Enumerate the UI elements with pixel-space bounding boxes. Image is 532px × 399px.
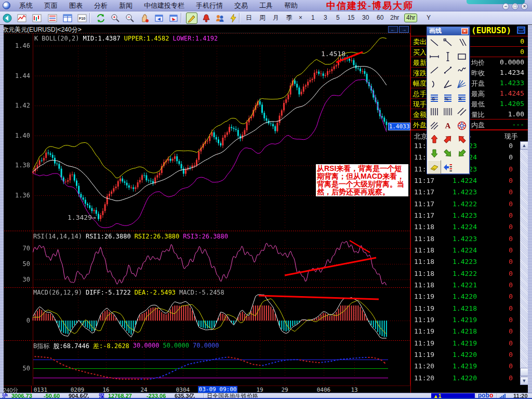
- arrow-downleft-icon[interactable]: [455, 147, 469, 161]
- main-chart-canvas[interactable]: [0, 33, 410, 385]
- draw-line-icon[interactable]: [186, 12, 197, 24]
- arrow-downright-icon[interactable]: [441, 147, 455, 161]
- period-button-15[interactable]: 15: [346, 14, 356, 22]
- prev-window-icon[interactable]: [153, 12, 165, 24]
- menu-bar: 系统页面图表分析新闻中信建投专栏手机行情交易工具帮助 中信建投-博易大师 −□×: [0, 0, 532, 11]
- palette-title-bar[interactable]: 画线 ×: [427, 27, 469, 35]
- quote-list-icon[interactable]: [47, 12, 58, 24]
- angle-lines-icon[interactable]: [441, 77, 455, 91]
- arrow-down-icon[interactable]: [428, 147, 441, 161]
- alarm-bell-icon[interactable]: [201, 12, 212, 24]
- golden-section-v-icon[interactable]: %: [441, 91, 455, 105]
- gann-wheel-icon[interactable]: [455, 119, 469, 133]
- period-button-季[interactable]: 季: [285, 14, 294, 22]
- window-left-border: [0, 25, 4, 393]
- status-divider: [204, 393, 205, 399]
- menu-item-3[interactable]: 图表: [63, 1, 88, 10]
- alert-badge[interactable]: ▲1: [431, 393, 475, 399]
- minimize-button[interactable]: −: [502, 3, 509, 10]
- period-button-30[interactable]: 30: [361, 14, 370, 22]
- back-icon[interactable]: [2, 12, 13, 24]
- menu-item-10[interactable]: 帮助: [278, 1, 303, 10]
- segment-icon[interactable]: [441, 63, 455, 77]
- period-button-周[interactable]: 周: [258, 14, 267, 22]
- cycle-lines-icon[interactable]: [441, 160, 455, 174]
- prev-chart-button[interactable]: ←: [388, 26, 398, 33]
- ray-line-icon[interactable]: [441, 36, 455, 50]
- refresh-icon[interactable]: [95, 12, 107, 24]
- close-button[interactable]: ×: [521, 3, 528, 10]
- fan-lines-icon[interactable]: [455, 77, 469, 91]
- period-button-2hr[interactable]: 2hr: [389, 14, 401, 22]
- close-icon[interactable]: ×: [461, 28, 468, 34]
- vertical-line-icon[interactable]: [441, 50, 455, 64]
- tick-scrollbar[interactable]: ▲ ▼: [520, 141, 528, 385]
- zoom-out-icon[interactable]: [124, 12, 136, 24]
- restore-panel-icon[interactable]: [517, 26, 525, 34]
- arrow-upleft-icon[interactable]: [455, 132, 469, 147]
- tick-price: 1.4224: [453, 223, 477, 231]
- f10-icon[interactable]: F10: [76, 12, 88, 24]
- quote-left-label: 金额: [413, 110, 427, 119]
- period-button-Y[interactable]: Y: [425, 14, 432, 22]
- menu-item-8[interactable]: 交易: [229, 1, 254, 10]
- golden-section-h-icon[interactable]: G: [428, 91, 441, 105]
- channel-icon[interactable]: [455, 105, 469, 119]
- restore-button[interactable]: □: [512, 3, 518, 10]
- period-button-日[interactable]: 日: [244, 14, 254, 22]
- drag-hand-icon[interactable]: [139, 12, 150, 24]
- table-icon[interactable]: [62, 12, 73, 24]
- time-lines4-icon[interactable]: [428, 105, 441, 119]
- period-button-月[interactable]: 月: [271, 14, 281, 22]
- analysis-note[interactable]: 从RSI来看，背离是一个短期背离；但从MACD来看，背离是一个大级别背离。当然，…: [316, 164, 408, 196]
- kline-chart-icon[interactable]: [16, 12, 28, 24]
- menu-item-9[interactable]: 工具: [254, 1, 278, 10]
- golden-section-box-icon[interactable]: X: [455, 91, 469, 105]
- period-button-3[interactable]: 3: [322, 14, 329, 22]
- period-button-1[interactable]: 1: [310, 14, 316, 22]
- tick-volume: 0: [509, 142, 513, 150]
- scroll-up-button[interactable]: ▲: [520, 141, 528, 150]
- wave-line-icon[interactable]: [455, 63, 469, 77]
- users-icon[interactable]: [214, 12, 225, 24]
- period-button-4hr[interactable]: 4hr: [404, 14, 417, 22]
- price-label: 1.42: [1, 102, 30, 109]
- symbol-name: (EURUSD): [471, 25, 511, 35]
- zoom-in-icon[interactable]: [110, 12, 121, 24]
- period-button-60[interactable]: 60: [375, 14, 385, 22]
- menu-item-1[interactable]: 系统: [14, 1, 38, 10]
- horizontal-line-icon[interactable]: [428, 50, 441, 64]
- menu-item-4[interactable]: 分析: [88, 1, 113, 10]
- tick-price: 1.4223: [453, 188, 477, 196]
- page-chart-icon[interactable]: [31, 12, 43, 24]
- news-ticker[interactable]: 日全国各地生铁价格: [207, 393, 258, 399]
- text-tool-icon[interactable]: A: [441, 119, 455, 133]
- period-button-×[interactable]: ×: [297, 14, 304, 22]
- app-icon[interactable]: [3, 2, 10, 9]
- quote-field-value: 1.4234: [500, 69, 524, 76]
- next-chart-button[interactable]: →: [399, 26, 409, 33]
- scroll-thumb[interactable]: [520, 368, 528, 376]
- arrow-up-icon[interactable]: [428, 132, 441, 147]
- menu-item-7[interactable]: 手机行情: [190, 1, 229, 10]
- menu-item-6[interactable]: 中信建投专栏: [138, 1, 190, 10]
- oblique-line-icon[interactable]: [428, 63, 441, 77]
- trend-line-icon[interactable]: [428, 36, 441, 50]
- quote-field-value: 0: [520, 48, 524, 56]
- scroll-down-button[interactable]: ▼: [520, 377, 528, 385]
- parallel-lines-icon[interactable]: [455, 36, 469, 50]
- rectangle-icon[interactable]: [455, 50, 469, 64]
- eraser-icon[interactable]: [428, 160, 441, 174]
- arc-icon[interactable]: [428, 77, 441, 91]
- pitchfork-icon[interactable]: [428, 119, 441, 133]
- arrow-upright-icon[interactable]: [441, 132, 455, 147]
- period-button-5[interactable]: 5: [335, 14, 341, 22]
- time-lines5-icon[interactable]: [441, 105, 455, 119]
- chart-title-bar: 欧元美元(EURUSD)<240分> ← →: [0, 25, 410, 33]
- menu-item-2[interactable]: 页面: [38, 1, 63, 10]
- menu-item-5[interactable]: 新闻: [113, 1, 138, 10]
- window-controls: −□×: [502, 3, 528, 10]
- next-window-icon[interactable]: [168, 12, 179, 24]
- toolbar: F10日周月季×1351530602hr4hrY: [0, 11, 532, 25]
- flash-icon[interactable]: [228, 12, 239, 24]
